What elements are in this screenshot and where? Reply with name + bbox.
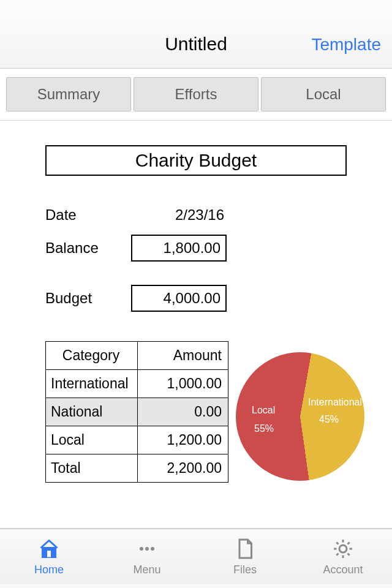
header: Untitled Template — [0, 0, 392, 69]
tab-summary[interactable]: Summary — [6, 77, 131, 111]
date-value[interactable]: 2/23/16 — [131, 206, 232, 224]
menu-icon — [135, 537, 159, 561]
pie-label-intl: International — [308, 396, 362, 409]
gear-icon — [331, 537, 355, 561]
category-table[interactable]: Category Amount International 1,000.00 N… — [45, 341, 228, 483]
cell-total-value[interactable]: 2,200.00 — [138, 454, 228, 483]
tab-label: Menu — [133, 564, 160, 576]
cell-category[interactable]: National — [46, 398, 138, 426]
cell-amount[interactable]: 1,200.00 — [138, 426, 228, 454]
table-header-row: Category Amount — [46, 342, 228, 370]
tab-label: Home — [34, 564, 64, 576]
tab-efforts[interactable]: Efforts — [134, 77, 258, 111]
cell-total-label[interactable]: Total — [46, 454, 138, 483]
date-label: Date — [45, 206, 131, 224]
cell-category[interactable]: International — [46, 370, 138, 398]
col-category: Category — [46, 342, 138, 370]
cell-category[interactable]: Local — [46, 426, 138, 454]
tab-label: Account — [323, 564, 363, 576]
cell-amount[interactable]: 1,000.00 — [138, 370, 228, 398]
balance-label: Balance — [45, 239, 131, 257]
home-icon — [37, 537, 61, 561]
col-amount: Amount — [138, 342, 228, 370]
page-title: Untitled — [165, 34, 227, 55]
balance-value[interactable]: 1,800.00 — [131, 235, 227, 262]
svg-point-3 — [151, 547, 154, 551]
tab-label: Files — [233, 564, 257, 576]
svg-point-1 — [140, 547, 143, 551]
svg-point-4 — [339, 545, 347, 552]
table-row[interactable]: National 0.00 — [46, 398, 228, 426]
budget-label: Budget — [45, 290, 131, 307]
tab-local[interactable]: Local — [261, 77, 386, 111]
tab-home[interactable]: Home — [0, 529, 98, 584]
files-icon — [233, 537, 257, 561]
pie-label-local-pct: 55% — [254, 423, 274, 435]
bottom-tabbar: Home Menu Files Account — [0, 529, 392, 584]
svg-point-2 — [145, 547, 149, 551]
template-button[interactable]: Template — [311, 35, 381, 55]
pie-label-local: Local — [252, 404, 275, 417]
segment-bar: Summary Efforts Local — [0, 69, 392, 121]
spreadsheet-content: Charity Budget Date 2/23/16 Balance 1,80… — [0, 121, 392, 529]
pie-label-intl-pct: 45% — [319, 413, 339, 426]
tab-menu[interactable]: Menu — [98, 529, 196, 584]
table-row[interactable]: International 1,000.00 — [46, 370, 228, 398]
cell-amount[interactable]: 0.00 — [138, 398, 228, 426]
sheet-title[interactable]: Charity Budget — [45, 145, 347, 176]
budget-value[interactable]: 4,000.00 — [131, 285, 227, 312]
tab-account[interactable]: Account — [294, 529, 392, 584]
table-row[interactable]: Local 1,200.00 — [46, 426, 228, 454]
svg-rect-0 — [47, 551, 51, 557]
tab-files[interactable]: Files — [196, 529, 294, 584]
pie-chart: Local 55% International 45% — [236, 352, 372, 481]
table-total-row[interactable]: Total 2,200.00 — [46, 454, 228, 483]
